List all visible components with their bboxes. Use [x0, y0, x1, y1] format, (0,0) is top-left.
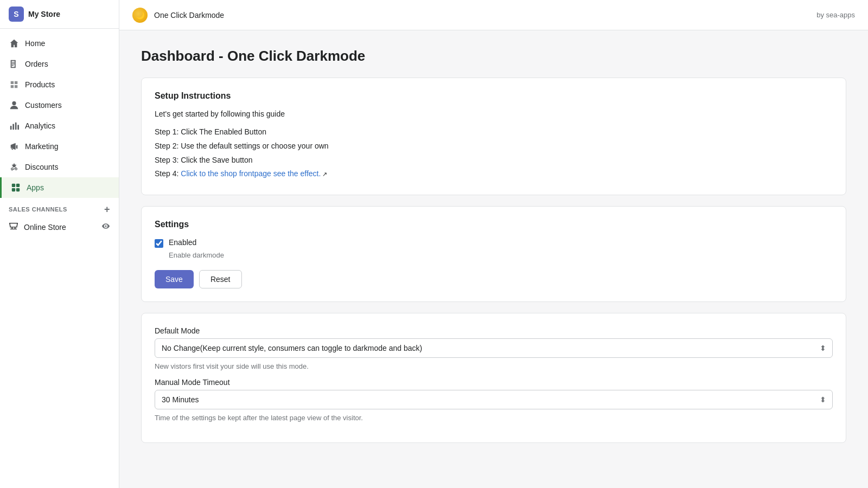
svg-rect-15 — [12, 184, 15, 187]
settings-card: Settings Enabled Enable darkmode Save Re… — [141, 206, 846, 302]
sidebar-item-products-label: Products — [25, 80, 55, 89]
default-mode-select[interactable]: No Change(Keep current style, consumers … — [155, 338, 833, 358]
topbar-app-name: One Click Darkmode — [154, 11, 224, 20]
setup-instructions-card: Setup Instructions Let's get started by … — [141, 78, 846, 195]
home-icon — [9, 38, 20, 49]
svg-rect-8 — [10, 126, 12, 130]
svg-rect-10 — [15, 123, 17, 130]
svg-rect-6 — [12, 65, 14, 66]
sidebar-logo-text: My Store — [28, 10, 60, 18]
default-mode-card: Default Mode No Change(Keep current styl… — [141, 313, 846, 443]
enabled-label[interactable]: Enabled — [169, 238, 196, 247]
apps-icon — [10, 182, 21, 193]
sales-channels-label: SALES CHANNELS — [9, 206, 67, 213]
default-mode-hint: New vistors first visit your side will u… — [155, 362, 833, 370]
marketing-icon — [9, 141, 20, 152]
setup-step-4-link[interactable]: Click to the shop frontpage see the effe… — [181, 169, 321, 178]
setup-step-4-prefix: Step 4: — [155, 169, 181, 178]
sidebar-item-home-label: Home — [25, 39, 45, 48]
save-button[interactable]: Save — [155, 270, 194, 288]
svg-point-7 — [12, 101, 16, 105]
discounts-icon — [9, 162, 20, 172]
default-mode-label: Default Mode — [155, 326, 833, 335]
setup-steps: Step 1: Click The Enabled Button Step 2:… — [155, 126, 833, 181]
sidebar-item-apps[interactable]: Apps — [0, 177, 119, 198]
sidebar-item-customers-label: Customers — [25, 101, 62, 110]
sidebar-item-customers[interactable]: Customers — [0, 95, 119, 115]
sidebar-item-products[interactable]: Products — [0, 74, 119, 95]
enabled-checkbox-row: Enabled — [155, 238, 833, 248]
timeout-label: Manual Mode Timeout — [155, 378, 833, 387]
sidebar-item-online-store[interactable]: Online Store — [0, 216, 119, 237]
setup-instructions-title: Setup Instructions — [155, 91, 833, 101]
sidebar-item-orders-label: Orders — [25, 60, 48, 68]
setup-step-4: Step 4: Click to the shop frontpage see … — [155, 168, 833, 181]
topbar: 🌙 One Click Darkmode by sea-apps — [119, 0, 868, 30]
timeout-select[interactable]: 30 Minutes 15 Minutes 1 Hour 2 Hours — [155, 390, 833, 409]
svg-rect-3 — [15, 60, 16, 68]
sales-channels-header: SALES CHANNELS + — [0, 198, 119, 216]
page-content: Dashboard - One Click Darkmode Setup Ins… — [119, 30, 868, 488]
products-icon — [9, 79, 20, 90]
setup-step-1: Step 1: Click The Enabled Button — [155, 126, 833, 139]
sidebar-logo-icon: S — [9, 7, 24, 22]
page-title: Dashboard - One Click Darkmode — [141, 48, 846, 65]
svg-rect-11 — [17, 125, 19, 130]
svg-rect-9 — [12, 124, 14, 130]
setup-step-3: Step 3: Click the Save button — [155, 154, 833, 167]
settings-title: Settings — [155, 220, 833, 229]
online-store-visibility-button[interactable] — [101, 222, 110, 233]
online-store-label: Online Store — [24, 223, 66, 232]
sidebar-logo: S My Store — [0, 0, 119, 29]
setup-step-2: Step 2: Use the default settings or choo… — [155, 140, 833, 153]
reset-button[interactable]: Reset — [199, 270, 242, 288]
app-icon: 🌙 — [132, 8, 148, 23]
add-sales-channel-button[interactable]: + — [104, 204, 110, 214]
analytics-icon — [9, 120, 20, 131]
sidebar-item-marketing[interactable]: Marketing — [0, 136, 119, 157]
sidebar-item-analytics[interactable]: Analytics — [0, 115, 119, 136]
svg-rect-1 — [11, 60, 12, 68]
external-link-icon: ↗ — [322, 169, 327, 179]
svg-rect-5 — [12, 63, 15, 64]
sidebar-item-marketing-label: Marketing — [25, 142, 58, 151]
default-mode-select-wrapper: No Change(Keep current style, consumers … — [155, 338, 833, 358]
sidebar: S My Store Home Orders Products — [0, 0, 119, 488]
orders-icon — [9, 59, 20, 69]
enabled-hint: Enable darkmode — [169, 251, 833, 259]
enabled-checkbox[interactable] — [155, 239, 163, 248]
svg-rect-17 — [12, 188, 15, 191]
sidebar-item-analytics-label: Analytics — [25, 121, 55, 130]
sidebar-item-home[interactable]: Home — [0, 33, 119, 54]
svg-rect-18 — [16, 188, 20, 191]
sidebar-item-apps-label: Apps — [27, 183, 44, 192]
timeout-select-wrapper: 30 Minutes 15 Minutes 1 Hour 2 Hours ⬍ — [155, 390, 833, 409]
online-store-icon — [9, 221, 18, 233]
sidebar-item-discounts[interactable]: Discounts — [0, 157, 119, 177]
svg-rect-16 — [16, 184, 20, 187]
sidebar-item-orders[interactable]: Orders — [0, 54, 119, 74]
topbar-by-label: by sea-apps — [816, 11, 855, 19]
svg-rect-4 — [12, 62, 15, 62]
customers-icon — [9, 100, 20, 111]
main-content: 🌙 One Click Darkmode by sea-apps Dashboa… — [119, 0, 868, 488]
setup-intro-text: Let's get started by following this guid… — [155, 110, 833, 118]
timeout-hint: Time of the settings be kept after the l… — [155, 414, 833, 422]
sidebar-nav: Home Orders Products Customers — [0, 29, 119, 242]
sidebar-item-discounts-label: Discounts — [25, 163, 58, 171]
settings-button-row: Save Reset — [155, 270, 833, 288]
